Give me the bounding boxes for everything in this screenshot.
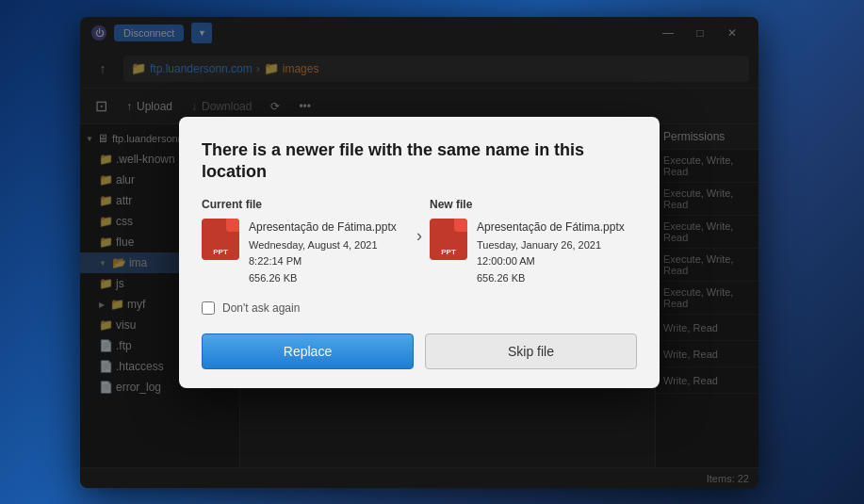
new-pptx-icon: PPT	[430, 219, 467, 260]
skip-button[interactable]: Skip file	[425, 333, 637, 369]
dont-ask-checkbox[interactable]	[202, 301, 215, 315]
new-file-date: Tuesday, January 26, 2021	[477, 237, 625, 254]
dont-ask-row: Don't ask again	[202, 301, 637, 315]
current-pptx-icon: PPT	[202, 219, 239, 260]
modal-buttons: Replace Skip file	[202, 333, 637, 369]
current-file-details: Apresentação de Fátima.pptx Wednesday, A…	[249, 219, 397, 286]
current-file-time: 8:22:14 PM	[249, 253, 397, 270]
conflict-modal: There is a newer file with the same name…	[179, 117, 660, 389]
current-file-size: 656.26 KB	[249, 270, 397, 287]
compare-arrow: ›	[416, 198, 422, 246]
replace-button[interactable]: Replace	[202, 333, 414, 369]
new-file-name: Apresentação de Fátima.pptx	[477, 219, 625, 236]
modal-overlay: There is a newer file with the same name…	[80, 17, 758, 488]
current-file-col: Current file PPT Apresentação de Fátima.…	[202, 198, 409, 286]
modal-title: There is a newer file with the same name…	[202, 139, 637, 184]
file-compare: Current file PPT Apresentação de Fátima.…	[202, 198, 637, 286]
new-file-details: Apresentação de Fátima.pptx Tuesday, Jan…	[477, 219, 625, 286]
new-file-col: New file PPT Apresentação de Fátima.pptx…	[430, 198, 637, 286]
current-file-name: Apresentação de Fátima.pptx	[249, 219, 397, 236]
current-file-info: PPT Apresentação de Fátima.pptx Wednesda…	[202, 219, 409, 286]
new-file-header: New file	[430, 198, 637, 211]
new-file-time: 12:00:00 AM	[477, 253, 625, 270]
new-file-info: PPT Apresentação de Fátima.pptx Tuesday,…	[430, 219, 637, 286]
current-file-date: Wednesday, August 4, 2021	[249, 237, 397, 254]
new-file-size: 656.26 KB	[477, 270, 625, 287]
dont-ask-label[interactable]: Don't ask again	[222, 301, 300, 315]
current-file-header: Current file	[202, 198, 409, 211]
app-window: ⏻ Disconnect ▼ — □ ✕ ↑ 📁 ftp.luandersonn…	[80, 17, 758, 488]
